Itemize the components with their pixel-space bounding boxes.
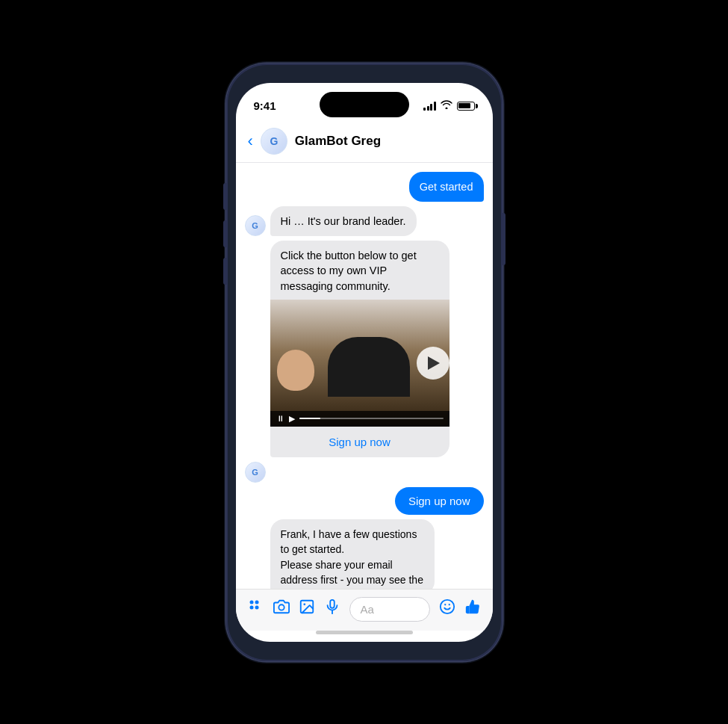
- wifi-icon: [441, 100, 452, 111]
- svg-rect-7: [330, 600, 335, 608]
- home-indicator: [316, 631, 413, 634]
- signup-pill[interactable]: Sign up now: [395, 487, 484, 515]
- bot-avatar-signup: G: [245, 462, 266, 483]
- status-time: 9:41: [254, 99, 276, 112]
- emoji-button[interactable]: [439, 598, 455, 619]
- status-icons: [423, 100, 475, 111]
- mic-button[interactable]: [324, 598, 340, 619]
- like-button[interactable]: [464, 598, 481, 619]
- card-bubble: Click the button below to get access to …: [270, 241, 449, 457]
- person-body: [328, 337, 410, 397]
- back-button[interactable]: ‹: [248, 133, 253, 149]
- chat-name: GlamBot Greg: [295, 134, 381, 149]
- video-progress[interactable]: [299, 418, 444, 419]
- avatar: G: [261, 128, 287, 155]
- svg-point-4: [279, 604, 284, 610]
- chat-toolbar: Aa: [236, 589, 493, 631]
- card-text: Click the button below to get access to …: [270, 241, 449, 300]
- phone-screen: 9:41: [236, 83, 493, 642]
- chat-header: ‹ G GlamBot Greg: [236, 122, 493, 163]
- message-frank: Frank, I have a few questions to get sta…: [245, 519, 484, 589]
- camera-button[interactable]: [273, 598, 290, 619]
- play-button[interactable]: [417, 347, 449, 380]
- pause-icon[interactable]: ⏸: [276, 414, 284, 423]
- play-small-icon[interactable]: ▶: [289, 414, 295, 424]
- message-hi: G Hi … It's our brand leader.: [245, 206, 484, 236]
- phone-frame: 9:41: [226, 64, 503, 661]
- battery-icon: [457, 102, 475, 111]
- message-get-started: Get started: [245, 172, 484, 202]
- svg-point-0: [249, 601, 253, 604]
- svg-point-2: [249, 606, 253, 610]
- progress-fill: [299, 418, 321, 419]
- card-signup-button[interactable]: Sign up now: [270, 427, 449, 457]
- svg-point-3: [255, 606, 258, 610]
- signup-avatar-row: G: [245, 462, 484, 483]
- signal-icon: [423, 102, 436, 111]
- video-thumbnail[interactable]: ⏸ ▶: [270, 300, 449, 427]
- dynamic-island: [320, 92, 409, 117]
- message-input[interactable]: Aa: [349, 597, 430, 622]
- bubble-frank: Frank, I have a few questions to get sta…: [270, 519, 435, 589]
- video-controls: ⏸ ▶: [270, 411, 449, 427]
- svg-point-6: [303, 603, 305, 605]
- bubble-hi: Hi … It's our brand leader.: [270, 206, 417, 236]
- message-card: Click the button below to get access to …: [245, 241, 484, 457]
- svg-point-9: [440, 600, 453, 613]
- svg-point-1: [255, 601, 258, 604]
- bubble-get-started: Get started: [409, 172, 484, 202]
- message-signup-user: Sign up now: [245, 487, 484, 515]
- dots-button[interactable]: [248, 598, 264, 619]
- bot-avatar-sm: G: [245, 215, 266, 236]
- person-head: [277, 350, 314, 391]
- play-icon: [428, 356, 440, 370]
- photo-button[interactable]: [299, 598, 315, 619]
- chat-content: Get started G Hi … It's our brand leader…: [236, 163, 493, 589]
